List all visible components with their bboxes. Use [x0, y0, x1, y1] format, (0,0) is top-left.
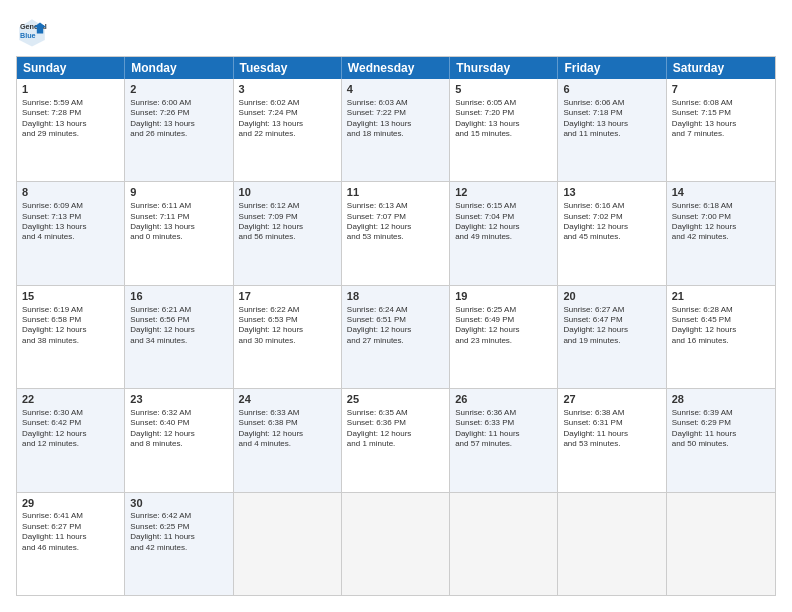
empty-cell: [234, 493, 342, 595]
day-cell-28: 28Sunrise: 6:39 AM Sunset: 6:29 PM Dayli…: [667, 389, 775, 491]
day-info: Sunrise: 6:03 AM Sunset: 7:22 PM Dayligh…: [347, 98, 444, 140]
day-number: 10: [239, 185, 336, 200]
day-cell-22: 22Sunrise: 6:30 AM Sunset: 6:42 PM Dayli…: [17, 389, 125, 491]
day-number: 4: [347, 82, 444, 97]
day-cell-15: 15Sunrise: 6:19 AM Sunset: 6:58 PM Dayli…: [17, 286, 125, 388]
day-info: Sunrise: 6:36 AM Sunset: 6:33 PM Dayligh…: [455, 408, 552, 450]
day-cell-7: 7Sunrise: 6:08 AM Sunset: 7:15 PM Daylig…: [667, 79, 775, 181]
day-info: Sunrise: 6:35 AM Sunset: 6:36 PM Dayligh…: [347, 408, 444, 450]
calendar-header: SundayMondayTuesdayWednesdayThursdayFrid…: [17, 57, 775, 79]
day-number: 24: [239, 392, 336, 407]
empty-cell: [450, 493, 558, 595]
day-number: 16: [130, 289, 227, 304]
day-info: Sunrise: 6:06 AM Sunset: 7:18 PM Dayligh…: [563, 98, 660, 140]
day-number: 11: [347, 185, 444, 200]
day-cell-24: 24Sunrise: 6:33 AM Sunset: 6:38 PM Dayli…: [234, 389, 342, 491]
calendar-week-5: 29Sunrise: 6:41 AM Sunset: 6:27 PM Dayli…: [17, 493, 775, 595]
day-number: 30: [130, 496, 227, 511]
calendar: SundayMondayTuesdayWednesdayThursdayFrid…: [16, 56, 776, 596]
day-number: 20: [563, 289, 660, 304]
day-info: Sunrise: 6:16 AM Sunset: 7:02 PM Dayligh…: [563, 201, 660, 243]
day-number: 17: [239, 289, 336, 304]
page: General Blue SundayMondayTuesdayWednesda…: [0, 0, 792, 612]
calendar-week-2: 8Sunrise: 6:09 AM Sunset: 7:13 PM Daylig…: [17, 182, 775, 285]
day-info: Sunrise: 6:08 AM Sunset: 7:15 PM Dayligh…: [672, 98, 770, 140]
header-cell-friday: Friday: [558, 57, 666, 79]
day-number: 7: [672, 82, 770, 97]
day-cell-5: 5Sunrise: 6:05 AM Sunset: 7:20 PM Daylig…: [450, 79, 558, 181]
day-info: Sunrise: 6:12 AM Sunset: 7:09 PM Dayligh…: [239, 201, 336, 243]
empty-cell: [667, 493, 775, 595]
day-number: 28: [672, 392, 770, 407]
day-info: Sunrise: 6:18 AM Sunset: 7:00 PM Dayligh…: [672, 201, 770, 243]
day-number: 14: [672, 185, 770, 200]
day-number: 1: [22, 82, 119, 97]
logo: General Blue: [16, 16, 52, 48]
day-number: 18: [347, 289, 444, 304]
day-cell-2: 2Sunrise: 6:00 AM Sunset: 7:26 PM Daylig…: [125, 79, 233, 181]
day-cell-6: 6Sunrise: 6:06 AM Sunset: 7:18 PM Daylig…: [558, 79, 666, 181]
header-cell-monday: Monday: [125, 57, 233, 79]
day-cell-25: 25Sunrise: 6:35 AM Sunset: 6:36 PM Dayli…: [342, 389, 450, 491]
day-number: 23: [130, 392, 227, 407]
day-cell-4: 4Sunrise: 6:03 AM Sunset: 7:22 PM Daylig…: [342, 79, 450, 181]
day-info: Sunrise: 6:13 AM Sunset: 7:07 PM Dayligh…: [347, 201, 444, 243]
day-info: Sunrise: 6:09 AM Sunset: 7:13 PM Dayligh…: [22, 201, 119, 243]
day-cell-16: 16Sunrise: 6:21 AM Sunset: 6:56 PM Dayli…: [125, 286, 233, 388]
day-info: Sunrise: 6:19 AM Sunset: 6:58 PM Dayligh…: [22, 305, 119, 347]
svg-text:Blue: Blue: [20, 31, 36, 40]
day-info: Sunrise: 6:27 AM Sunset: 6:47 PM Dayligh…: [563, 305, 660, 347]
calendar-body: 1Sunrise: 5:59 AM Sunset: 7:28 PM Daylig…: [17, 79, 775, 595]
day-number: 22: [22, 392, 119, 407]
header-cell-tuesday: Tuesday: [234, 57, 342, 79]
day-number: 26: [455, 392, 552, 407]
day-number: 21: [672, 289, 770, 304]
day-number: 15: [22, 289, 119, 304]
logo-icon: General Blue: [16, 16, 48, 48]
day-cell-29: 29Sunrise: 6:41 AM Sunset: 6:27 PM Dayli…: [17, 493, 125, 595]
day-cell-3: 3Sunrise: 6:02 AM Sunset: 7:24 PM Daylig…: [234, 79, 342, 181]
day-cell-1: 1Sunrise: 5:59 AM Sunset: 7:28 PM Daylig…: [17, 79, 125, 181]
day-info: Sunrise: 6:42 AM Sunset: 6:25 PM Dayligh…: [130, 511, 227, 553]
day-cell-23: 23Sunrise: 6:32 AM Sunset: 6:40 PM Dayli…: [125, 389, 233, 491]
day-cell-19: 19Sunrise: 6:25 AM Sunset: 6:49 PM Dayli…: [450, 286, 558, 388]
day-number: 6: [563, 82, 660, 97]
day-cell-11: 11Sunrise: 6:13 AM Sunset: 7:07 PM Dayli…: [342, 182, 450, 284]
day-cell-9: 9Sunrise: 6:11 AM Sunset: 7:11 PM Daylig…: [125, 182, 233, 284]
day-cell-27: 27Sunrise: 6:38 AM Sunset: 6:31 PM Dayli…: [558, 389, 666, 491]
day-info: Sunrise: 6:00 AM Sunset: 7:26 PM Dayligh…: [130, 98, 227, 140]
header-cell-wednesday: Wednesday: [342, 57, 450, 79]
day-info: Sunrise: 6:21 AM Sunset: 6:56 PM Dayligh…: [130, 305, 227, 347]
day-number: 27: [563, 392, 660, 407]
header-cell-thursday: Thursday: [450, 57, 558, 79]
day-info: Sunrise: 6:41 AM Sunset: 6:27 PM Dayligh…: [22, 511, 119, 553]
day-info: Sunrise: 6:33 AM Sunset: 6:38 PM Dayligh…: [239, 408, 336, 450]
day-number: 25: [347, 392, 444, 407]
day-info: Sunrise: 6:39 AM Sunset: 6:29 PM Dayligh…: [672, 408, 770, 450]
day-cell-10: 10Sunrise: 6:12 AM Sunset: 7:09 PM Dayli…: [234, 182, 342, 284]
day-info: Sunrise: 6:11 AM Sunset: 7:11 PM Dayligh…: [130, 201, 227, 243]
day-info: Sunrise: 6:15 AM Sunset: 7:04 PM Dayligh…: [455, 201, 552, 243]
day-info: Sunrise: 6:05 AM Sunset: 7:20 PM Dayligh…: [455, 98, 552, 140]
header-cell-sunday: Sunday: [17, 57, 125, 79]
day-number: 12: [455, 185, 552, 200]
day-number: 19: [455, 289, 552, 304]
day-cell-21: 21Sunrise: 6:28 AM Sunset: 6:45 PM Dayli…: [667, 286, 775, 388]
empty-cell: [342, 493, 450, 595]
day-cell-14: 14Sunrise: 6:18 AM Sunset: 7:00 PM Dayli…: [667, 182, 775, 284]
day-info: Sunrise: 6:02 AM Sunset: 7:24 PM Dayligh…: [239, 98, 336, 140]
day-info: Sunrise: 6:38 AM Sunset: 6:31 PM Dayligh…: [563, 408, 660, 450]
day-info: Sunrise: 6:25 AM Sunset: 6:49 PM Dayligh…: [455, 305, 552, 347]
empty-cell: [558, 493, 666, 595]
day-cell-20: 20Sunrise: 6:27 AM Sunset: 6:47 PM Dayli…: [558, 286, 666, 388]
day-info: Sunrise: 6:28 AM Sunset: 6:45 PM Dayligh…: [672, 305, 770, 347]
header-cell-saturday: Saturday: [667, 57, 775, 79]
calendar-week-1: 1Sunrise: 5:59 AM Sunset: 7:28 PM Daylig…: [17, 79, 775, 182]
day-number: 3: [239, 82, 336, 97]
day-info: Sunrise: 6:24 AM Sunset: 6:51 PM Dayligh…: [347, 305, 444, 347]
calendar-week-4: 22Sunrise: 6:30 AM Sunset: 6:42 PM Dayli…: [17, 389, 775, 492]
header: General Blue: [16, 16, 776, 48]
calendar-week-3: 15Sunrise: 6:19 AM Sunset: 6:58 PM Dayli…: [17, 286, 775, 389]
day-number: 2: [130, 82, 227, 97]
day-info: Sunrise: 5:59 AM Sunset: 7:28 PM Dayligh…: [22, 98, 119, 140]
